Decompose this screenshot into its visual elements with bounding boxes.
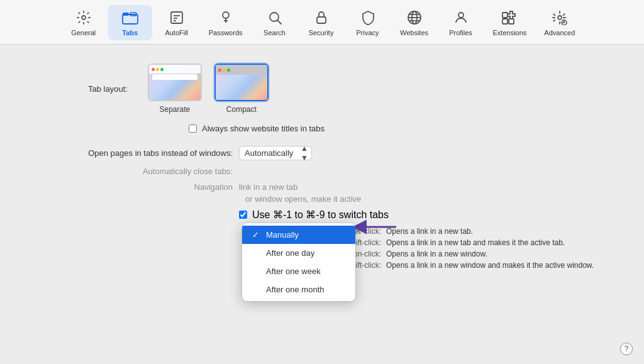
shortcut-desc-3: Opens a link in a new window and makes i…: [386, 261, 606, 270]
passwords-icon: [217, 9, 235, 26]
compact-dot-green: [227, 69, 230, 72]
compact-thumbnail[interactable]: [214, 63, 269, 101]
toolbar: General Tabs AutoFill: [0, 0, 644, 45]
tabs-label: Tabs: [122, 29, 138, 36]
svg-rect-20: [502, 13, 508, 18]
svg-rect-2: [123, 13, 129, 16]
privacy-icon: [359, 9, 377, 26]
cmd-switch-row: Use ⌘-1 to ⌘-9 to switch tabs: [38, 209, 606, 221]
compact-thumb-bg: [216, 65, 267, 100]
autofill-icon: [168, 9, 186, 26]
always-show-checkbox[interactable]: [189, 124, 197, 133]
extensions-label: Extensions: [493, 29, 527, 36]
cmd-switch-checkbox[interactable]: [239, 211, 247, 219]
dropdown-item-manually[interactable]: ✓ Manually: [242, 226, 355, 244]
toolbar-item-extensions[interactable]: Extensions: [486, 5, 535, 40]
dropdown-item-after-one-month[interactable]: After one month: [242, 280, 355, 299]
tabs-icon: [121, 9, 139, 26]
compact-label: Compact: [226, 105, 257, 114]
extensions-icon: [501, 9, 518, 26]
open-pages-select[interactable]: Automatically Never Always: [239, 146, 312, 160]
arrow-indicator: [352, 218, 396, 236]
svg-point-19: [458, 13, 464, 18]
general-label: General: [71, 29, 96, 36]
toolbar-item-general[interactable]: General: [62, 5, 106, 40]
toolbar-item-passwords[interactable]: Passwords: [201, 5, 250, 40]
dropdown-label-after-one-day: After one day: [266, 248, 314, 258]
search-label: Search: [264, 29, 286, 36]
shortcut-desc-1: Opens a link in a new tab and makes it t…: [386, 238, 606, 247]
navigation-row: Navigation link in a new tab: [38, 182, 606, 192]
compact-dot-red: [218, 69, 221, 72]
open-pages-select-wrapper: Automatically Never Always ▲▼: [239, 146, 312, 160]
shortcut-desc-0: Opens a link in a new tab.: [386, 227, 606, 236]
separate-tab-indicator: [152, 74, 198, 80]
tab-layout-row: Tab layout: Separate: [38, 63, 606, 114]
separate-label: Separate: [160, 105, 191, 114]
tab-option-separate[interactable]: Separate: [148, 63, 202, 114]
security-label: Security: [309, 29, 334, 36]
separate-tab-bar: [149, 65, 201, 74]
dropdown-item-after-one-week[interactable]: After one week: [242, 262, 355, 280]
tab-layout-label: Tab layout:: [88, 84, 128, 94]
dot-green: [160, 68, 164, 71]
auto-close-label: Automatically close tabs:: [38, 167, 239, 176]
dot-yellow: [156, 68, 159, 71]
svg-rect-22: [509, 19, 514, 24]
dropdown-item-after-one-day[interactable]: After one day: [242, 244, 355, 262]
dropdown-label-after-one-month: After one month: [266, 285, 325, 294]
general-icon: [75, 9, 92, 26]
svg-rect-21: [502, 19, 508, 24]
dot-red: [152, 68, 155, 71]
nav-window-label: or window opens, make it active: [239, 194, 361, 204]
autofill-label: AutoFill: [165, 29, 188, 36]
websites-icon: [406, 9, 423, 26]
compact-dot-yellow: [223, 69, 226, 72]
open-pages-row: Open pages in tabs instead of windows: A…: [38, 146, 606, 160]
help-button[interactable]: ?: [620, 343, 633, 355]
shortcut-desc-2: Opens a link in a new window.: [386, 250, 606, 258]
toolbar-item-privacy[interactable]: Privacy: [346, 5, 390, 40]
dropdown-menu: ✓ Manually After one day After one week …: [242, 223, 355, 301]
toolbar-item-advanced[interactable]: Advanced: [536, 5, 582, 40]
help-icon: ?: [625, 345, 629, 353]
svg-point-8: [223, 12, 229, 18]
websites-label: Websites: [400, 29, 428, 36]
always-show-titles-row: Always show website titles in tabs: [38, 124, 606, 133]
always-show-label: Always show website titles in tabs: [202, 124, 325, 133]
auto-close-row: Automatically close tabs:: [38, 167, 606, 176]
search-icon: [266, 9, 284, 26]
tab-option-compact[interactable]: Compact: [214, 63, 269, 114]
advanced-icon: [551, 9, 569, 26]
toolbar-item-tabs[interactable]: Tabs: [108, 5, 152, 40]
toolbar-item-websites[interactable]: Websites: [392, 5, 436, 40]
toolbar-item-security[interactable]: Security: [299, 5, 343, 40]
toolbar-item-search[interactable]: Search: [253, 5, 297, 40]
toolbar-item-autofill[interactable]: AutoFill: [155, 5, 199, 40]
svg-point-0: [82, 16, 86, 19]
nav-window-row: or window opens, make it active: [38, 194, 606, 204]
passwords-label: Passwords: [209, 29, 243, 36]
profiles-label: Profiles: [449, 29, 472, 36]
svg-line-12: [277, 21, 281, 25]
dropdown-label-after-one-week: After one week: [266, 267, 321, 276]
profiles-icon: [452, 9, 470, 26]
privacy-label: Privacy: [356, 29, 379, 36]
svg-rect-4: [171, 12, 182, 23]
separate-thumb-bg: [149, 65, 201, 100]
compact-tab-bar: [216, 65, 267, 75]
svg-rect-13: [317, 17, 326, 23]
open-pages-label: Open pages in tabs instead of windows:: [38, 148, 239, 158]
dropdown-label-manually: Manually: [266, 230, 299, 240]
toolbar-item-profiles[interactable]: Profiles: [439, 5, 483, 40]
navigation-label: Navigation: [38, 182, 239, 192]
security-icon: [313, 9, 330, 26]
separate-thumbnail[interactable]: [148, 63, 202, 101]
advanced-label: Advanced: [544, 29, 575, 36]
tab-options: Separate Compact: [148, 63, 269, 114]
check-manually: ✓: [252, 230, 261, 240]
nav-open-link: link in a new tab: [239, 182, 297, 192]
svg-point-23: [558, 16, 562, 19]
